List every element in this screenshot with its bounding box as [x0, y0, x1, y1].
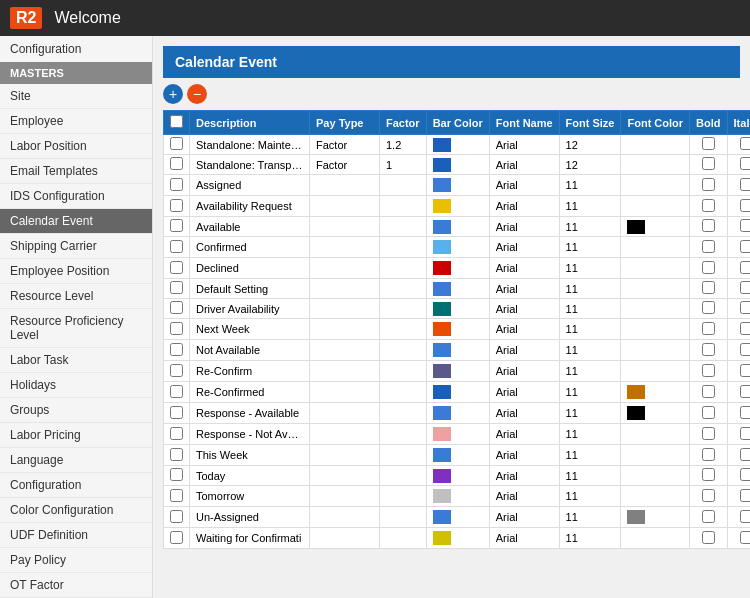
row-checkbox[interactable] — [170, 427, 183, 440]
bold-checkbox[interactable] — [702, 199, 715, 212]
cell-factor: 1 — [380, 155, 427, 175]
bold-checkbox[interactable] — [702, 281, 715, 294]
row-checkbox[interactable] — [170, 385, 183, 398]
cell-bar-color — [426, 361, 489, 382]
sidebar-item-configuration[interactable]: Configuration — [0, 473, 152, 498]
italic-checkbox[interactable] — [740, 427, 750, 440]
bold-checkbox[interactable] — [702, 531, 715, 544]
italic-checkbox[interactable] — [740, 157, 750, 170]
bold-checkbox[interactable] — [702, 240, 715, 253]
row-checkbox[interactable] — [170, 448, 183, 461]
sidebar-item-ids-configuration[interactable]: IDS Configuration — [0, 184, 152, 209]
sidebar-item-labor-task[interactable]: Labor Task — [0, 348, 152, 373]
sidebar-item-language[interactable]: Language — [0, 448, 152, 473]
row-checkbox[interactable] — [170, 219, 183, 232]
italic-checkbox[interactable] — [740, 406, 750, 419]
sidebar-item-resource-level[interactable]: Resource Level — [0, 284, 152, 309]
row-checkbox[interactable] — [170, 261, 183, 274]
cell-font-color — [621, 382, 690, 403]
italic-checkbox[interactable] — [740, 385, 750, 398]
cell-font-name: Arial — [489, 340, 559, 361]
cell-pay-type — [310, 382, 380, 403]
select-all-checkbox[interactable] — [170, 115, 183, 128]
italic-checkbox[interactable] — [740, 178, 750, 191]
italic-checkbox[interactable] — [740, 468, 750, 481]
row-checkbox[interactable] — [170, 301, 183, 314]
row-checkbox[interactable] — [170, 322, 183, 335]
row-checkbox[interactable] — [170, 157, 183, 170]
bold-checkbox[interactable] — [702, 261, 715, 274]
cell-font-size: 11 — [559, 486, 621, 507]
row-checkbox[interactable] — [170, 343, 183, 356]
add-button[interactable]: + — [163, 84, 183, 104]
sidebar-item-employee[interactable]: Employee — [0, 109, 152, 134]
table-row: Re-ConfirmedArial11👍 — [164, 382, 751, 403]
bold-checkbox[interactable] — [702, 489, 715, 502]
bold-checkbox[interactable] — [702, 219, 715, 232]
table-row: AssignedArial11👤 — [164, 175, 751, 196]
bold-checkbox[interactable] — [702, 364, 715, 377]
cell-description: Re-Confirm — [190, 361, 310, 382]
italic-checkbox[interactable] — [740, 301, 750, 314]
remove-button[interactable]: − — [187, 84, 207, 104]
row-checkbox[interactable] — [170, 199, 183, 212]
cell-factor — [380, 445, 427, 466]
bold-checkbox[interactable] — [702, 468, 715, 481]
cell-bold — [690, 528, 727, 549]
row-checkbox[interactable] — [170, 489, 183, 502]
sidebar-item-site[interactable]: Site — [0, 84, 152, 109]
italic-checkbox[interactable] — [740, 489, 750, 502]
row-checkbox[interactable] — [170, 281, 183, 294]
italic-checkbox[interactable] — [740, 322, 750, 335]
sidebar-item-ot-factor[interactable]: OT Factor — [0, 573, 152, 598]
row-checkbox[interactable] — [170, 240, 183, 253]
italic-checkbox[interactable] — [740, 343, 750, 356]
bold-checkbox[interactable] — [702, 448, 715, 461]
row-checkbox[interactable] — [170, 468, 183, 481]
col-font-name: Font Name — [489, 111, 559, 135]
bold-checkbox[interactable] — [702, 301, 715, 314]
sidebar-configuration[interactable]: Configuration — [0, 36, 152, 62]
italic-checkbox[interactable] — [740, 531, 750, 544]
sidebar-item-color-configuration[interactable]: Color Configuration — [0, 498, 152, 523]
bold-checkbox[interactable] — [702, 510, 715, 523]
row-checkbox[interactable] — [170, 406, 183, 419]
italic-checkbox[interactable] — [740, 448, 750, 461]
sidebar-item-employee-position[interactable]: Employee Position — [0, 259, 152, 284]
sidebar-item-groups[interactable]: Groups — [0, 398, 152, 423]
sidebar-item-udf-definition[interactable]: UDF Definition — [0, 523, 152, 548]
sidebar-item-pay-policy[interactable]: Pay Policy — [0, 548, 152, 573]
italic-checkbox[interactable] — [740, 261, 750, 274]
italic-checkbox[interactable] — [740, 510, 750, 523]
bold-checkbox[interactable] — [702, 427, 715, 440]
bold-checkbox[interactable] — [702, 322, 715, 335]
row-checkbox[interactable] — [170, 531, 183, 544]
italic-checkbox[interactable] — [740, 137, 750, 150]
italic-checkbox[interactable] — [740, 364, 750, 377]
sidebar-item-email-templates[interactable]: Email Templates — [0, 159, 152, 184]
bold-checkbox[interactable] — [702, 343, 715, 356]
italic-checkbox[interactable] — [740, 199, 750, 212]
italic-checkbox[interactable] — [740, 219, 750, 232]
sidebar-item-holidays[interactable]: Holidays — [0, 373, 152, 398]
row-checkbox[interactable] — [170, 364, 183, 377]
cell-italic — [727, 403, 750, 424]
sidebar-item-labor-pricing[interactable]: Labor Pricing — [0, 423, 152, 448]
sidebar-item-labor-position[interactable]: Labor Position — [0, 134, 152, 159]
italic-checkbox[interactable] — [740, 281, 750, 294]
col-check — [164, 111, 190, 135]
cell-bold — [690, 340, 727, 361]
bold-checkbox[interactable] — [702, 385, 715, 398]
bold-checkbox[interactable] — [702, 178, 715, 191]
bold-checkbox[interactable] — [702, 406, 715, 419]
italic-checkbox[interactable] — [740, 240, 750, 253]
sidebar-item-resource-proficiency-level[interactable]: Resource Proficiency Level — [0, 309, 152, 348]
row-checkbox[interactable] — [170, 137, 183, 150]
bold-checkbox[interactable] — [702, 137, 715, 150]
bold-checkbox[interactable] — [702, 157, 715, 170]
sidebar-item-shipping-carrier[interactable]: Shipping Carrier — [0, 234, 152, 259]
row-checkbox[interactable] — [170, 510, 183, 523]
calendar-event-table: Description Pay Type Factor Bar Color Fo… — [163, 110, 750, 549]
row-checkbox[interactable] — [170, 178, 183, 191]
sidebar-item-calendar-event[interactable]: Calendar Event — [0, 209, 152, 234]
